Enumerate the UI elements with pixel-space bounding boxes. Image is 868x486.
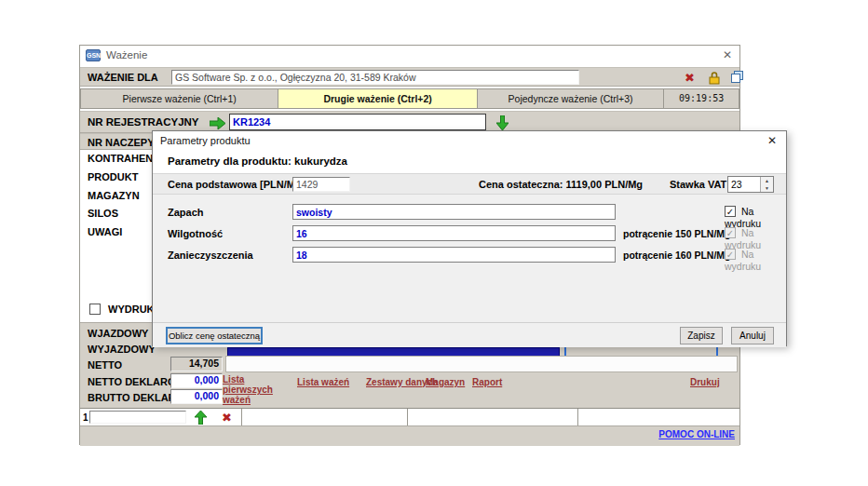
arrow-up-icon[interactable] <box>195 411 207 426</box>
produkt-label: PRODUKT <box>88 171 138 182</box>
dialog-close-icon[interactable]: ✕ <box>767 134 777 147</box>
price-row: Cena podstawowa [PLN/Mg] Cena ostateczna… <box>153 173 786 195</box>
link-lista-wazen[interactable]: Lista ważeń <box>297 377 349 387</box>
cell-divider <box>407 409 408 426</box>
checkbox-checked-icon[interactable]: ✓ <box>725 206 736 217</box>
kontrahent-label: KONTRAHENT <box>88 153 159 164</box>
tab-single-weighing[interactable]: Pojedyncze ważenie (Ctrl+3) <box>478 88 664 109</box>
vat-input[interactable] <box>728 177 760 192</box>
checkbox-unchecked-icon[interactable] <box>89 304 101 315</box>
spinner-arrows-icon[interactable]: ▲ ▼ <box>760 177 773 192</box>
zapach-input[interactable] <box>292 204 616 220</box>
checkbox-checked-disabled-icon: ✓ <box>725 227 736 238</box>
wilgotnosc-label: Wilgotność <box>168 228 223 239</box>
window-title: Ważenie <box>106 49 147 61</box>
footer-bar: POMOC ON-LINE <box>80 425 739 446</box>
wilgotnosc-input[interactable] <box>292 225 616 241</box>
zanieczyszczenia-input[interactable] <box>292 247 616 263</box>
cell-divider <box>577 409 578 426</box>
position-input[interactable] <box>89 411 186 424</box>
registration-label: NR REJESTRACYJNY <box>88 116 199 128</box>
company-input[interactable] <box>171 70 579 85</box>
netto-value: 14,705 <box>170 357 223 371</box>
dialog-header-text: Parametry dla produktu: kukurydza <box>168 155 347 167</box>
wyjazdowy-label: WYJAZDOWY <box>88 344 156 355</box>
weighing-tabs: Pierwsze ważenie (Ctrl+1) Drugie ważenie… <box>80 88 739 109</box>
dialog-titlebar: Parametry produktu ✕ <box>153 131 786 151</box>
wazenie-dla-row: WAŻENIE DLA ✖ <box>80 67 739 87</box>
param-row-zapach: Zapach ✓ Na wydruku <box>153 204 786 221</box>
brutto-deklarowane-input[interactable]: 0,000 <box>170 389 223 404</box>
lock-icon[interactable] <box>709 71 720 87</box>
dialog-title: Parametry produktu <box>160 135 251 146</box>
calculate-final-price-button[interactable]: Oblicz cenę ostateczną <box>166 327 263 344</box>
link-drukuj[interactable]: Drukuj <box>690 377 720 387</box>
arrow-right-icon <box>210 117 225 131</box>
product-parameters-dialog: Parametry produktu ✕ Parametry dla produ… <box>152 130 787 346</box>
link-lista-pierwszych-wazen[interactable]: Lista pierwszych ważeń <box>223 374 297 405</box>
base-price-input[interactable] <box>292 177 350 192</box>
uwagi-label: UWAGI <box>88 226 122 237</box>
final-price-text: Cena ostateczna: 1119,00 PLN/Mg <box>479 179 643 190</box>
zanieczyszczenia-deduction: potrącenie 160 PLN/Mg <box>623 250 731 261</box>
cancel-button[interactable]: Anuluj <box>731 327 774 344</box>
copy-windows-icon[interactable] <box>731 71 744 86</box>
delete-row-icon[interactable]: ✖ <box>222 412 232 424</box>
wjazdowy-label: WJAZDOWY <box>88 328 148 339</box>
window-close-icon[interactable]: ✕ <box>723 48 732 61</box>
silos-label: SILOS <box>88 208 118 219</box>
param-row-wilgotnosc: Wilgotność potrącenie 150 PLN/Mg ✓ Na wy… <box>153 225 786 242</box>
zanieczyszczenia-print-checkbox: ✓ Na wydruku <box>725 248 786 272</box>
registration-input[interactable] <box>229 114 486 130</box>
save-button[interactable]: Zapisz <box>680 327 723 344</box>
spin-up-icon[interactable]: ▲ <box>765 178 769 183</box>
tab-second-weighing[interactable]: Drugie ważenie (Ctrl+2) <box>278 88 477 109</box>
link-raport[interactable]: Raport <box>472 377 502 387</box>
vat-label: Stawka VAT <box>670 179 726 190</box>
netto-label: NETTO <box>88 359 122 371</box>
base-price-label: Cena podstawowa [PLN/Mg] <box>168 179 305 190</box>
wilgotnosc-deduction: potrącenie 150 PLN/Mg <box>623 228 731 239</box>
netto-extra-field <box>225 356 738 372</box>
spin-down-icon[interactable]: ▼ <box>765 185 769 191</box>
trailer-label: NR NACZEPY <box>88 137 155 148</box>
row-number: 1 <box>83 412 88 423</box>
link-magazyn[interactable]: Magazyn <box>426 377 465 387</box>
position-row: 1 ✖ <box>80 408 739 425</box>
magazyn-label: MAGAZYN <box>88 190 140 201</box>
window-titlebar: GSN Ważenie ✕ <box>80 46 739 66</box>
app-logo-icon: GSN <box>86 49 101 61</box>
cell-divider <box>241 409 242 426</box>
delete-icon[interactable]: ✖ <box>685 72 695 84</box>
clock-display: 09:19:53 <box>664 88 739 109</box>
dialog-header: Parametry dla produktu: kukurydza <box>153 151 786 173</box>
tab-first-weighing[interactable]: Pierwsze ważenie (Ctrl+1) <box>80 88 278 109</box>
vat-spinner[interactable]: ▲ ▼ <box>727 176 774 193</box>
param-row-zanieczyszczenia: Zanieczyszczenia potrącenie 160 PLN/Mg ✓… <box>153 247 786 263</box>
zapach-label: Zapach <box>168 207 204 218</box>
netto-deklarowane-input[interactable]: 0,000 <box>170 373 223 388</box>
help-online-link[interactable]: POMOC ON-LINE <box>658 429 735 439</box>
dialog-button-bar: Oblicz cenę ostateczną Zapisz Anuluj <box>153 322 786 347</box>
checkbox-checked-disabled-icon: ✓ <box>725 249 736 260</box>
zanieczyszczenia-label: Zanieczyszczenia <box>168 250 253 261</box>
wazenie-dla-label: WAŻENIE DLA <box>88 72 158 83</box>
